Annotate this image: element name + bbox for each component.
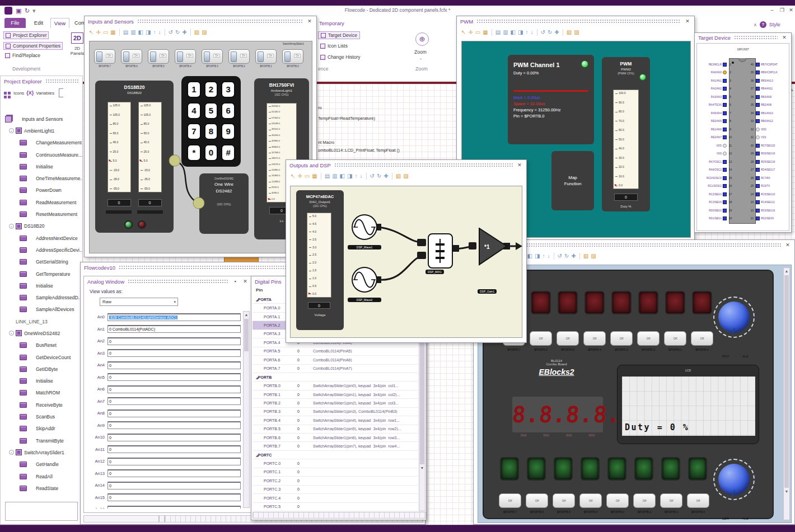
toolbar-icon[interactable]: ✚ — [384, 173, 388, 179]
tree-expander[interactable] — [29, 188, 34, 193]
toolbar-icon[interactable] — [321, 173, 321, 180]
tree-expander[interactable] — [29, 295, 34, 300]
tree-item[interactable]: SampleAllDevices — [2, 304, 82, 316]
toolbar-icon[interactable]: ↓ — [548, 253, 550, 259]
toggle-switch[interactable]: On — [228, 49, 250, 64]
tree-expander[interactable] — [29, 438, 34, 443]
digital-pin-row[interactable]: PORTC.0 0 — [252, 459, 418, 468]
tree-item[interactable]: ReadState — [2, 482, 82, 494]
scroll-down-icon[interactable]: ▼ — [784, 488, 789, 495]
close-icon[interactable]: ✕ — [242, 279, 249, 284]
mcp47x6-dac-component[interactable]: MCP47x6DAC DAC_Output1 (I2C CH1) 5.04.54… — [296, 190, 344, 330]
tree-item[interactable]: OneTimeMeasureme... — [2, 172, 82, 184]
toolbar-icon[interactable]: ▧ — [396, 173, 401, 179]
analog-value-input[interactable]: 0 — [107, 397, 241, 405]
toolbar-icon[interactable]: ✛ — [96, 30, 100, 35]
toolbar-icon[interactable]: ↓ — [158, 30, 161, 35]
port-toggle-button[interactable]: Off — [499, 493, 521, 508]
tree-item[interactable]: GetIDByte — [2, 363, 82, 375]
tree-item[interactable]: ReceiveByte — [2, 399, 82, 411]
tree-expander[interactable] — [29, 176, 34, 181]
analog-value-input[interactable]: 828 ComboBL0114(LightSensor ADC) — [107, 313, 241, 321]
view-toggle[interactable]: Change History — [318, 54, 363, 60]
keypad-key[interactable]: * — [187, 144, 201, 161]
keypad-key[interactable]: 5 — [204, 102, 218, 119]
scrollbar[interactable]: ▲ — [243, 311, 250, 508]
keypad-key[interactable]: 2 — [204, 81, 218, 98]
toolbar-icon[interactable]: ◨ — [535, 253, 540, 259]
toolbar-icon[interactable]: ▨ — [574, 30, 579, 35]
tree-expander[interactable] — [29, 247, 34, 252]
ds18b20-component[interactable]: DS18B20 DS18B20 125.0105.085.065.045.025… — [95, 81, 174, 233]
tree-item[interactable]: TransmitByte — [2, 435, 82, 446]
switch-handle[interactable] — [284, 51, 291, 62]
port-toggle-button[interactable]: Off — [583, 331, 606, 346]
toolbar-icon[interactable]: ✚ — [571, 253, 576, 259]
voltage-slider[interactable]: 5.04.54.03.53.02.52.01.51.00.50.0 — [307, 213, 331, 298]
tree-item[interactable]: GetHandle — [2, 459, 82, 470]
tree-item[interactable]: MatchROM — [2, 387, 82, 399]
analog-value-input[interactable]: 0 — [107, 373, 241, 381]
toolbar-icon[interactable]: ↺ — [541, 30, 545, 35]
toolbar-icon[interactable] — [563, 29, 563, 36]
toolbar-icon[interactable] — [366, 173, 367, 180]
analog-value-input[interactable]: 0 — [107, 458, 241, 465]
keypad-key[interactable]: 0 — [204, 144, 218, 161]
tree-item[interactable]: AddressSpecificDevi... — [2, 244, 82, 256]
tree-expander[interactable] — [29, 366, 34, 371]
analog-value-input[interactable]: 0 — [107, 434, 241, 441]
pwm-duty-slider-component[interactable]: PWM PWM2 (PWM CH1) 100.090.080.070.060.0… — [602, 57, 650, 211]
port-toggle-button[interactable]: Off — [633, 493, 656, 508]
scrollbar-thumb[interactable] — [244, 319, 249, 351]
toolbar-icon[interactable]: ▥ — [130, 30, 135, 35]
analog-value-input[interactable]: 0 — [107, 409, 241, 417]
map-function-component[interactable]: Map Function — [551, 151, 594, 210]
toolbar-icon[interactable]: ✚ — [554, 30, 559, 35]
minimize-button[interactable]: – — [768, 7, 776, 13]
toolbar-icon[interactable] — [554, 253, 554, 260]
switch-handle[interactable] — [258, 51, 264, 62]
tree-item[interactable]: - SwitchArraySlider1 — [2, 446, 82, 458]
toolbar-icon[interactable]: ↑ — [153, 30, 156, 35]
zoom-icon[interactable]: ⊕ — [415, 32, 429, 46]
switch-handle[interactable] — [150, 51, 156, 62]
digital-pin-row[interactable]: PORTA.6 0 ComboBL0114(PinA6) — [252, 356, 418, 364]
toolbar-icon[interactable]: ▤ — [123, 30, 128, 35]
toolbar-icon[interactable]: ◧ — [527, 253, 532, 259]
digital-pin-row[interactable]: PORTB.4 0 SwitchArraySlider1(pin4), keyp… — [252, 416, 418, 425]
tree-expander[interactable] — [29, 402, 34, 407]
analog-value-input[interactable]: 0 — [107, 361, 241, 369]
tree-item[interactable]: ScanBus — [2, 411, 82, 422]
scroll-up-icon[interactable]: ▲ — [784, 268, 789, 275]
digital-pin-row[interactable]: PORTA.5 0 ComboBL0114(PinA5) — [252, 347, 418, 356]
tree-expander[interactable]: - — [9, 450, 14, 455]
toolbar-icon[interactable]: ↓ — [360, 173, 363, 179]
tree-item[interactable]: Initialise — [2, 280, 82, 291]
toolbar-icon[interactable]: ◧ — [511, 30, 516, 35]
tree-expander[interactable] — [29, 200, 34, 205]
keypad-key[interactable]: 7 — [187, 123, 201, 140]
variables-icon[interactable]: {X} — [26, 90, 34, 96]
ribbon-collapse-icon[interactable]: ∧ — [754, 22, 757, 27]
toolbar-icon[interactable]: ▨ — [591, 253, 596, 259]
port-toggle-button[interactable]: Off — [691, 331, 713, 346]
toggle-switch[interactable]: On — [202, 49, 223, 64]
analog-value-input[interactable]: 0 — [107, 482, 241, 489]
digital-pin-row[interactable]: PORTC.3 0 — [252, 486, 418, 494]
toolbar-icon[interactable]: ◨ — [518, 30, 523, 35]
digital-pin-row[interactable]: ◢PORTC — [252, 451, 418, 459]
tree-item[interactable]: - AmbientLight1 — [2, 125, 82, 136]
ribbon-tab[interactable]: View — [50, 18, 69, 28]
tree-item[interactable]: ResetMeasurement — [2, 208, 82, 220]
tree-expander[interactable] — [29, 343, 34, 348]
tree-expander[interactable]: - — [9, 224, 14, 229]
toolbar-icon[interactable] — [537, 29, 537, 36]
tree-expander[interactable] — [29, 212, 34, 217]
zoom-dropdown[interactable]: - — [420, 56, 422, 62]
toolbar-icon[interactable]: ↻ — [548, 30, 552, 35]
scrollbar[interactable]: ▲ ▼ — [783, 267, 790, 520]
analog-value-input[interactable]: 0 — [107, 493, 241, 501]
toolbar-icon[interactable] — [579, 253, 580, 260]
port-toggle-button[interactable]: Off — [664, 331, 686, 346]
maximize-button[interactable]: ❐ — [778, 7, 786, 13]
